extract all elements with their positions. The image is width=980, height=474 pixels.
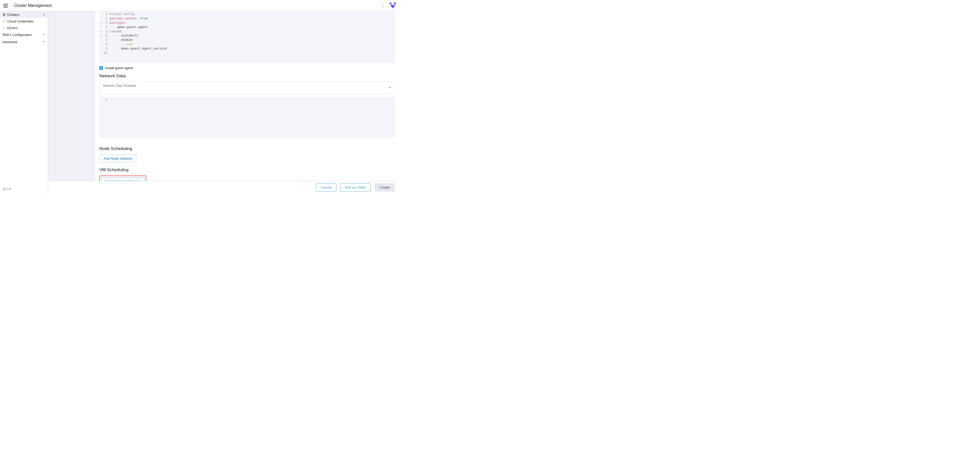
svg-rect-3 bbox=[392, 6, 393, 8]
circle-icon bbox=[3, 26, 6, 29]
network-data-template-select[interactable]: Network Data Template bbox=[99, 82, 395, 94]
sidebar-group-label: Advanced bbox=[3, 40, 18, 44]
svg-point-6 bbox=[3, 27, 5, 29]
install-guest-agent-checkbox[interactable] bbox=[99, 66, 103, 70]
cancel-button[interactable]: Cancel bbox=[316, 183, 336, 192]
divider bbox=[99, 142, 395, 143]
svg-rect-2 bbox=[391, 5, 395, 6]
form-left-rail bbox=[48, 11, 95, 181]
menu-icon[interactable] bbox=[3, 3, 9, 9]
network-data-title: Network Data: bbox=[99, 73, 395, 79]
form-column: 1#cloud-config2package_update: true▾3pac… bbox=[95, 11, 399, 181]
circle-icon bbox=[3, 20, 6, 23]
sidebar-items: Clusters 2 Cloud Credentials Drivers RKE… bbox=[0, 11, 48, 185]
highlight-annotation: Add Workload Selector bbox=[99, 175, 146, 181]
main: 1#cloud-config2package_update: true▾3pac… bbox=[48, 11, 399, 193]
page-title: Cluster Management bbox=[14, 3, 52, 8]
add-workload-selector-button[interactable]: Add Workload Selector bbox=[101, 177, 145, 181]
user-data-editor[interactable]: 1#cloud-config2package_update: true▾3pac… bbox=[99, 11, 395, 63]
sidebar-item-clusters[interactable]: Clusters 2 bbox=[0, 11, 48, 18]
top-bar: Cluster Management ⋮ bbox=[0, 0, 399, 11]
sidebar-item-label: Cloud Credentials bbox=[7, 19, 45, 23]
footer-actions: Cancel Edit as YAML Create bbox=[48, 181, 399, 193]
version-label: v2.7.5 bbox=[0, 185, 48, 193]
more-actions-icon[interactable]: ⋮ bbox=[380, 3, 386, 9]
sidebar-item-cloud-credentials[interactable]: Cloud Credentials bbox=[0, 18, 48, 24]
svg-point-5 bbox=[3, 20, 5, 22]
brand-logo-icon bbox=[389, 2, 396, 9]
install-guest-agent-label: Install guest agent bbox=[105, 66, 133, 70]
sidebar-group-advanced[interactable]: Advanced bbox=[0, 38, 48, 45]
node-scheduling-title: Node Scheduling bbox=[99, 146, 395, 151]
sidebar-item-label: Drivers bbox=[7, 26, 45, 30]
add-node-selector-button[interactable]: Add Node Selector bbox=[99, 154, 137, 163]
svg-rect-0 bbox=[390, 3, 391, 4]
network-data-editor[interactable]: 1 bbox=[99, 97, 395, 138]
chevron-down-icon bbox=[42, 33, 45, 37]
install-guest-agent-row: Install guest agent bbox=[99, 66, 395, 70]
chevron-down-icon bbox=[42, 40, 45, 44]
vm-scheduling-title: VM Scheduling bbox=[99, 167, 395, 172]
chevron-down-icon bbox=[388, 86, 391, 90]
edit-as-yaml-button[interactable]: Edit as YAML bbox=[340, 183, 371, 192]
svg-rect-1 bbox=[394, 3, 396, 4]
sidebar-item-label: Clusters bbox=[7, 13, 42, 17]
sidebar: Clusters 2 Cloud Credentials Drivers RKE… bbox=[0, 11, 48, 193]
select-placeholder: Network Data Template bbox=[103, 84, 136, 87]
create-button[interactable]: Create bbox=[375, 183, 395, 192]
sidebar-item-count: 2 bbox=[43, 13, 45, 16]
sidebar-group-label: RKE1 Configuration bbox=[3, 33, 32, 37]
globe-icon bbox=[3, 13, 6, 16]
sidebar-group-rke1[interactable]: RKE1 Configuration bbox=[0, 31, 48, 38]
sidebar-item-drivers[interactable]: Drivers bbox=[0, 24, 48, 31]
main-scroll[interactable]: 1#cloud-config2package_update: true▾3pac… bbox=[48, 11, 399, 181]
